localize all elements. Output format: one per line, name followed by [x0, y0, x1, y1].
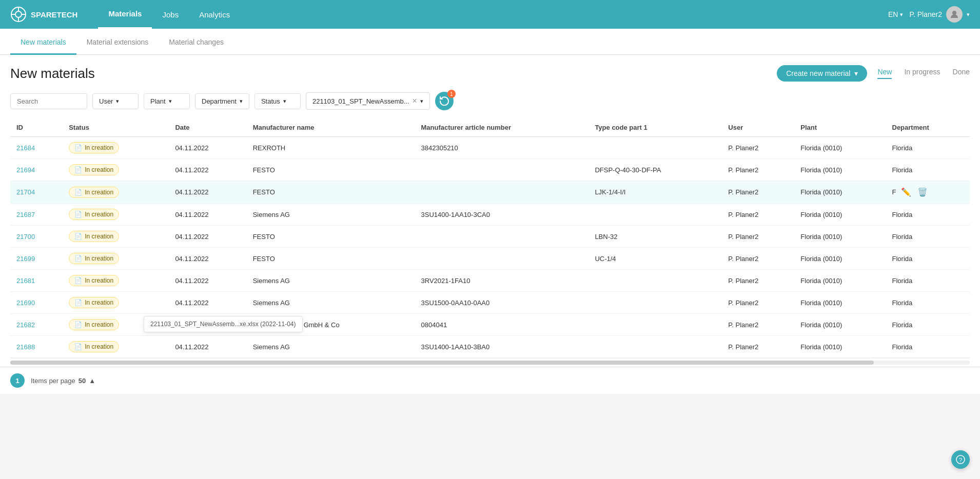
status-tab-in-progress[interactable]: In progress: [904, 68, 940, 79]
cell-department: Florida: [886, 336, 970, 358]
cell-user: P. Planer2: [722, 292, 794, 314]
cell-department: Florida: [886, 137, 970, 159]
status-document-icon: 📄: [74, 211, 82, 218]
user-chevron-icon: ▾: [967, 11, 970, 18]
cell-type-code: [589, 204, 722, 226]
cell-status: 📄 In creation: [63, 292, 169, 314]
status-badge: 📄 In creation: [69, 209, 119, 220]
status-tab-done[interactable]: Done: [953, 68, 970, 79]
status-filter[interactable]: Status ▾: [254, 93, 301, 109]
delete-button[interactable]: 🗑️: [916, 186, 929, 198]
department-text: Florida: [892, 144, 913, 152]
status-document-icon: 📄: [74, 255, 82, 262]
plant-filter-chevron-icon: ▾: [169, 98, 172, 105]
cell-status: 📄 In creation: [63, 226, 169, 248]
row-actions: ✏️ 🗑️: [900, 186, 929, 198]
id-link[interactable]: 21699: [16, 255, 35, 263]
id-link[interactable]: 21682: [16, 321, 35, 329]
cell-status: 📄 In creation: [63, 204, 169, 226]
user-filter[interactable]: User ▾: [92, 93, 139, 109]
tab-material-extensions[interactable]: Material extensions: [76, 29, 159, 55]
tab-new-materials[interactable]: New materials: [10, 29, 76, 55]
cell-status: 📄 In creation: [63, 137, 169, 159]
cell-date: 04.11.2022: [169, 292, 246, 314]
cell-plant: Florida (0010): [794, 137, 886, 159]
col-manufacturer: Manufacturer name: [247, 118, 415, 137]
cell-user: P. Planer2: [722, 137, 794, 159]
nav-analytics[interactable]: Analytics: [189, 0, 240, 29]
department-text: Florida: [892, 321, 913, 329]
id-link[interactable]: 21688: [16, 343, 35, 351]
cell-date: 04.11.2022: [169, 248, 246, 270]
cell-article-number: [415, 248, 589, 270]
user-menu[interactable]: P. Planer2 ▾: [909, 6, 970, 23]
items-per-page-chevron-icon[interactable]: ▲: [89, 377, 95, 385]
cell-plant: Florida (0010): [794, 336, 886, 358]
remove-filter-icon[interactable]: ×: [413, 96, 417, 106]
status-badge: 📄 In creation: [69, 142, 119, 153]
cell-manufacturer: Siemens AG: [247, 292, 415, 314]
cell-date: 04.11.2022: [169, 137, 246, 159]
cell-user: P. Planer2: [722, 204, 794, 226]
app-name: SPARETECH: [31, 10, 77, 19]
create-button-label: Create new material: [786, 69, 850, 77]
svg-point-1: [15, 11, 22, 17]
cell-user: P. Planer2: [722, 226, 794, 248]
top-navigation: SPARETECH Materials Jobs Analytics EN ▾ …: [0, 0, 980, 29]
table-row: 21694 📄 In creation 04.11.2022 FESTO DFS…: [10, 159, 970, 181]
table-row: 21684 📄 In creation 04.11.2022 REXROTH 3…: [10, 137, 970, 159]
cell-user: P. Planer2: [722, 336, 794, 358]
status-badge: 📄 In creation: [69, 187, 119, 198]
table-row: 21681 📄 In creation 04.11.2022 Siemens A…: [10, 270, 970, 292]
id-link[interactable]: 21700: [16, 233, 35, 241]
svg-point-6: [952, 11, 956, 15]
department-text: Florida: [892, 255, 913, 263]
refresh-button[interactable]: 1: [435, 92, 454, 110]
nav-right: EN ▾ P. Planer2 ▾: [888, 6, 970, 23]
status-badge: 📄 In creation: [69, 275, 119, 286]
department-filter[interactable]: Department ▾: [195, 93, 249, 109]
cell-id: 21700: [10, 226, 63, 248]
cell-status: 📄 In creation: [63, 270, 169, 292]
cell-id: 21694: [10, 159, 63, 181]
cell-type-code: [589, 336, 722, 358]
id-link[interactable]: 21687: [16, 211, 35, 218]
cell-article-number: [415, 159, 589, 181]
cell-id: 21682: [10, 314, 63, 336]
status-document-icon: 📄: [74, 299, 82, 306]
page-header: New materials Create new material ▾ New …: [10, 65, 970, 82]
language-selector[interactable]: EN ▾: [888, 10, 903, 18]
filename-tooltip: 221103_01_SPT_NewAssemb...xe.xlsx (2022-…: [144, 316, 303, 332]
id-link[interactable]: 21681: [16, 277, 35, 285]
search-input[interactable]: [10, 93, 87, 109]
plant-filter[interactable]: Plant ▾: [144, 93, 190, 109]
cell-id: 21684: [10, 137, 63, 159]
tab-material-changes[interactable]: Material changes: [159, 29, 234, 55]
department-text: Florida: [892, 343, 913, 351]
col-id: ID: [10, 118, 63, 137]
edit-button[interactable]: ✏️: [900, 186, 912, 198]
cell-status: 📄 In creation: [63, 336, 169, 358]
cell-plant: Florida (0010): [794, 270, 886, 292]
create-material-button[interactable]: Create new material ▾: [777, 65, 867, 82]
nav-jobs[interactable]: Jobs: [152, 0, 189, 29]
id-link[interactable]: 21704: [16, 188, 35, 196]
department-text: Florida: [892, 166, 913, 174]
user-avatar: [946, 6, 963, 23]
status-tab-new[interactable]: New: [877, 68, 892, 79]
cell-id: 21699: [10, 248, 63, 270]
nav-links: Materials Jobs Analytics: [98, 0, 888, 29]
cell-date: 04.11.2022: [169, 226, 246, 248]
status-document-icon: 📄: [74, 166, 82, 173]
id-link[interactable]: 21684: [16, 144, 35, 152]
nav-materials[interactable]: Materials: [98, 0, 152, 29]
materials-table-wrapper: ID Status Date Manufacturer name Manufac…: [10, 118, 970, 367]
id-link[interactable]: 21690: [16, 299, 35, 307]
cell-plant: Florida (0010): [794, 159, 886, 181]
id-link[interactable]: 21694: [16, 166, 35, 174]
page-number[interactable]: 1: [10, 373, 25, 388]
table-row: 21704 📄 In creation 04.11.2022 FESTO LJK…: [10, 181, 970, 204]
horizontal-scrollbar[interactable]: [10, 361, 970, 365]
logo[interactable]: SPARETECH: [10, 6, 77, 23]
lang-chevron-icon: ▾: [900, 11, 903, 18]
